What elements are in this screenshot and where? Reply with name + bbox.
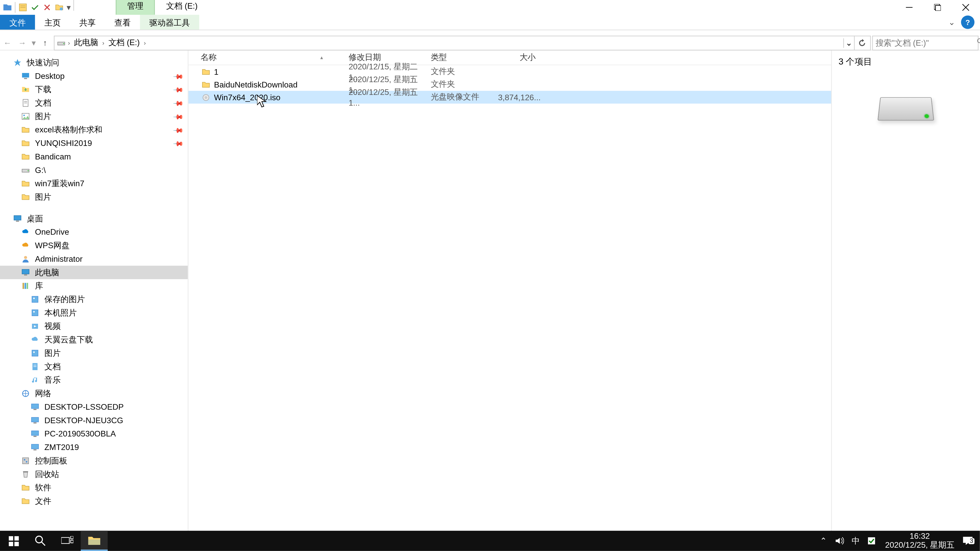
close-button[interactable]: [952, 0, 980, 15]
taskbar-explorer-button[interactable]: [81, 531, 107, 551]
tab-share[interactable]: 共享: [70, 15, 105, 30]
action-center-button[interactable]: 3: [959, 536, 976, 546]
nav-library-item[interactable]: 视频: [0, 320, 188, 333]
svg-point-6: [977, 39, 980, 43]
breadcrumb-current[interactable]: 文档 (E:): [106, 36, 142, 50]
nav-library-item[interactable]: 音乐: [0, 373, 188, 387]
tray-ime-indicator[interactable]: 中: [848, 535, 864, 547]
nav-desktop-item[interactable]: Administrator: [0, 252, 188, 266]
column-headers: 名称▴ 修改日期 类型 大小: [188, 51, 831, 65]
breadcrumb-arrow-2[interactable]: ›: [142, 39, 147, 46]
nav-network-item[interactable]: DESKTOP-LSSOEDP: [0, 400, 188, 414]
desktop-icon: [20, 71, 31, 81]
nav-wenjian-folder[interactable]: 文件: [0, 494, 188, 508]
column-type[interactable]: 类型: [428, 51, 495, 65]
nav-control-panel[interactable]: 控制面板: [0, 454, 188, 468]
qat-properties-icon[interactable]: [17, 1, 29, 14]
nav-quick-item[interactable]: Desktop📌: [0, 69, 188, 83]
nav-library-item[interactable]: 文档: [0, 360, 188, 373]
nav-recycle-bin[interactable]: 回收站: [0, 468, 188, 481]
nav-network-item[interactable]: DESKTOP-NJEU3CG: [0, 414, 188, 427]
nav-library-item[interactable]: 保存的图片: [0, 292, 188, 306]
refresh-button[interactable]: [854, 35, 869, 50]
start-button[interactable]: [0, 531, 27, 551]
context-tab-manage[interactable]: 管理: [116, 0, 155, 15]
nav-library-item[interactable]: 本机照片: [0, 306, 188, 320]
nav-quick-item[interactable]: G:\: [0, 164, 188, 177]
svg-rect-14: [14, 216, 21, 220]
svg-rect-52: [14, 541, 18, 546]
nav-quick-item[interactable]: 下载📌: [0, 83, 188, 96]
folder-icon: [20, 192, 31, 203]
system-tray: ⌃ 中 16:32 2020/12/25, 星期五 3: [815, 531, 980, 551]
tab-home[interactable]: 主页: [35, 15, 70, 30]
nav-library-item[interactable]: 天翼云盘下载: [0, 333, 188, 346]
qat-delete-icon[interactable]: [41, 1, 53, 14]
nav-desktop-item[interactable]: OneDrive: [0, 225, 188, 239]
nav-label: 桌面: [27, 213, 43, 224]
tray-security-icon[interactable]: [864, 536, 880, 546]
tab-file[interactable]: 文件: [0, 15, 35, 30]
file-size: [495, 84, 538, 85]
nav-quick-access[interactable]: 快速访问: [0, 56, 188, 69]
column-name[interactable]: 名称▴: [198, 51, 346, 65]
nav-forward-button[interactable]: →: [15, 35, 30, 50]
nav-quick-item[interactable]: Bandicam: [0, 150, 188, 164]
search-input[interactable]: [876, 38, 977, 48]
nav-network-item[interactable]: ZMT2019: [0, 441, 188, 454]
files-container[interactable]: 12020/12/15, 星期二 1...文件夹BaiduNetdiskDown…: [188, 65, 831, 103]
taskbar-search-button[interactable]: [27, 531, 54, 551]
nav-quick-item[interactable]: 文档📌: [0, 96, 188, 110]
nav-up-button[interactable]: ↑: [38, 35, 52, 50]
svg-rect-49: [8, 536, 13, 540]
file-row[interactable]: BaiduNetdiskDownload2020/12/25, 星期五 1...…: [188, 78, 831, 91]
nav-software-folder[interactable]: 软件: [0, 481, 188, 494]
breadcrumb-this-pc[interactable]: 此电脑: [72, 36, 101, 50]
nav-label: 回收站: [35, 468, 59, 480]
nav-quick-item[interactable]: YUNQISHI2019📌: [0, 137, 188, 150]
nav-desktop-item[interactable]: WPS网盘: [0, 239, 188, 252]
file-type: 文件夹: [428, 65, 495, 78]
column-size[interactable]: 大小: [495, 51, 538, 65]
address-bar[interactable]: › 此电脑 › 文档 (E:) › ⌄: [54, 35, 871, 50]
taskbar-clock[interactable]: 16:32 2020/12/25, 星期五: [880, 532, 959, 550]
tray-overflow-icon[interactable]: ⌃: [815, 536, 831, 546]
nav-quick-item[interactable]: excel表格制作求和📌: [0, 123, 188, 137]
help-icon[interactable]: ?: [961, 16, 975, 29]
ribbon-collapse-icon[interactable]: ⌄: [945, 16, 958, 29]
breadcrumb-root-arrow[interactable]: ›: [67, 39, 71, 46]
nav-quick-item[interactable]: 图片: [0, 190, 188, 204]
tab-view[interactable]: 查看: [105, 15, 140, 30]
nav-back-button[interactable]: ←: [0, 35, 15, 50]
minimize-button[interactable]: [895, 0, 923, 15]
nav-desktop-item[interactable]: 库: [0, 279, 188, 292]
navigation-pane[interactable]: 快速访问 Desktop📌下载📌文档📌图片📌excel表格制作求和📌YUNQIS…: [0, 51, 188, 535]
nav-quick-item[interactable]: 图片📌: [0, 110, 188, 123]
nav-quick-item[interactable]: win7重装win7: [0, 177, 188, 191]
task-view-button[interactable]: [54, 531, 81, 551]
qat-newfolder-icon[interactable]: [53, 1, 65, 14]
nav-network[interactable]: 网络: [0, 387, 188, 400]
nav-network-item[interactable]: PC-20190530OBLA: [0, 427, 188, 441]
maximize-button[interactable]: [923, 0, 952, 15]
tray-volume-icon[interactable]: [831, 536, 847, 546]
tab-drive-tools[interactable]: 驱动器工具: [140, 15, 199, 30]
nav-recent-dropdown[interactable]: ▾: [30, 35, 38, 50]
breadcrumb-arrow-1[interactable]: ›: [101, 39, 106, 46]
search-icon[interactable]: [977, 38, 980, 48]
qat-checkmark-icon[interactable]: [29, 1, 41, 14]
nav-library-item[interactable]: 图片: [0, 346, 188, 360]
svg-point-5: [63, 43, 64, 44]
nav-desktop-item[interactable]: 此电脑: [0, 266, 188, 279]
app-icon[interactable]: [1, 1, 13, 14]
nav-desktop-root[interactable]: 桌面: [0, 212, 188, 225]
file-row[interactable]: 12020/12/15, 星期二 1...文件夹: [188, 65, 831, 78]
search-box[interactable]: [872, 35, 979, 50]
address-history-dropdown[interactable]: ⌄: [843, 38, 854, 48]
file-row[interactable]: Win7x64_2020.iso2020/12/25, 星期五 1...光盘映像…: [188, 91, 831, 103]
svg-point-25: [33, 311, 35, 313]
nav-label: PC-20190530OBLA: [45, 429, 116, 438]
qat-customize-dropdown[interactable]: ▾: [65, 3, 72, 12]
file-size: [495, 71, 538, 72]
svg-rect-51: [8, 541, 13, 546]
